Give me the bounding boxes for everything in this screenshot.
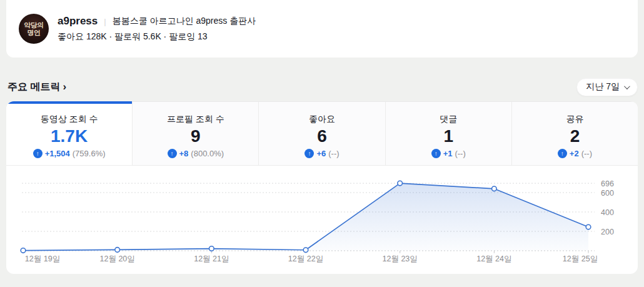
metric-delta-percent: (800.0%) — [191, 149, 224, 158]
period-label: 지난 7일 — [586, 81, 620, 93]
metric-value: 6 — [317, 126, 327, 147]
profile-name-row: a9press | 봄봄스쿨 아르고나인 a9press 출판사 — [58, 15, 256, 28]
metric-delta-value: +1,504 — [45, 149, 70, 158]
y-axis-tick-label: 600 — [601, 189, 614, 198]
increase-arrow-icon: ↑ — [431, 149, 441, 158]
data-point[interactable] — [492, 186, 497, 191]
data-point[interactable] — [303, 248, 308, 253]
y-axis-tick-label: 696 — [601, 179, 614, 188]
metric-label: 댓글 — [440, 113, 457, 124]
y-axis-tick-label: 200 — [601, 228, 614, 236]
x-axis-tick-label: 12월 25일 — [563, 254, 598, 263]
profile-stats: 좋아요 128K · 팔로워 5.6K · 팔로잉 13 — [58, 31, 256, 43]
metric-delta-percent: (--) — [455, 149, 465, 158]
metric-label: 프로필 조회 수 — [167, 113, 224, 124]
data-point[interactable] — [398, 181, 403, 186]
metric-tabs-row: 동영상 조회 수 1.7K ↑ +1,504 (759.6%) 프로필 조회 수… — [6, 101, 638, 166]
x-axis-tick-label: 12월 23일 — [383, 254, 418, 263]
profile-description: 봄봄스쿨 아르고나인 a9press 출판사 — [113, 16, 256, 27]
metric-delta-row: ↑ +1 (--) — [431, 149, 466, 158]
metric-delta-value: +6 — [316, 149, 326, 158]
key-metrics-link[interactable]: 주요 메트릭 › — [8, 81, 66, 94]
x-axis-tick-label: 12월 22일 — [288, 254, 323, 263]
increase-arrow-icon: ↑ — [33, 149, 43, 158]
metric-delta-value: +1 — [443, 149, 453, 158]
section-header-row: 주요 메트릭 › 지난 7일 — [8, 78, 638, 96]
tab-comments[interactable]: 댓글 1 ↑ +1 (--) — [385, 101, 511, 166]
tab-profile-views[interactable]: 프로필 조회 수 9 ↑ +8 (800.0%) — [132, 101, 258, 166]
data-point[interactable] — [586, 224, 591, 229]
metric-value: 2 — [570, 126, 580, 147]
metric-delta-percent: (759.6%) — [73, 149, 106, 158]
profile-username: a9press — [58, 15, 98, 28]
metric-delta-row: ↑ +2 (--) — [558, 149, 592, 158]
profile-row: 악당의 명언 a9press | 봄봄스쿨 아르고나인 a9press 출판사 … — [6, 0, 638, 58]
name-separator: | — [104, 17, 106, 26]
avatar-text-line2: 명언 — [28, 29, 41, 36]
chevron-right-icon: › — [63, 82, 66, 92]
increase-arrow-icon: ↑ — [168, 149, 177, 158]
metric-value: 9 — [191, 126, 201, 147]
tab-likes[interactable]: 좋아요 6 ↑ +6 (--) — [258, 101, 385, 166]
tab-shares[interactable]: 공유 2 ↑ +2 (--) — [511, 101, 638, 166]
profile-header-card: 악당의 명언 a9press | 봄봄스쿨 아르고나인 a9press 출판사 … — [6, 0, 638, 58]
metric-delta-row: ↑ +8 (800.0%) — [168, 149, 224, 158]
tab-video-views[interactable]: 동영상 조회 수 1.7K ↑ +1,504 (759.6%) — [6, 101, 132, 166]
video-views-chart[interactable]: 20040060069612월 19일12월 20일12월 21일12월 22일… — [6, 166, 638, 274]
profile-avatar[interactable]: 악당의 명언 — [19, 14, 49, 44]
metrics-line-chart[interactable]: 20040060069612월 19일12월 20일12월 21일12월 22일… — [6, 166, 638, 274]
profile-text-block: a9press | 봄봄스쿨 아르고나인 a9press 출판사 좋아요 128… — [58, 15, 256, 43]
avatar-text-line1: 악당의 — [24, 21, 44, 29]
x-axis-tick-label: 12월 21일 — [194, 254, 229, 263]
metric-delta-value: +8 — [179, 149, 189, 158]
increase-arrow-icon: ↑ — [558, 149, 567, 158]
key-metrics-card: 동영상 조회 수 1.7K ↑ +1,504 (759.6%) 프로필 조회 수… — [6, 101, 638, 274]
x-axis-tick-label: 12월 24일 — [476, 254, 511, 263]
data-point[interactable] — [209, 246, 214, 251]
chevron-down-icon — [624, 83, 630, 89]
metric-label: 좋아요 — [309, 113, 335, 124]
metric-value: 1.7K — [51, 126, 88, 147]
metric-delta-row: ↑ +6 (--) — [304, 149, 339, 158]
metric-label: 공유 — [566, 113, 583, 124]
data-point[interactable] — [21, 248, 26, 253]
area-fill — [23, 183, 588, 251]
metric-delta-value: +2 — [570, 149, 579, 158]
metric-delta-percent: (--) — [581, 149, 592, 158]
x-axis-tick-label: 12월 20일 — [100, 254, 135, 263]
metric-delta-percent: (--) — [328, 149, 339, 158]
metric-delta-row: ↑ +1,504 (759.6%) — [33, 149, 106, 158]
metric-label: 동영상 조회 수 — [41, 113, 98, 124]
data-point[interactable] — [115, 248, 120, 253]
increase-arrow-icon: ↑ — [304, 149, 314, 158]
metric-value: 1 — [443, 126, 453, 147]
y-axis-tick-label: 400 — [601, 208, 614, 217]
section-title-text: 주요 메트릭 — [8, 81, 60, 94]
x-axis-tick-label: 12월 19일 — [25, 254, 60, 263]
period-selector-dropdown[interactable]: 지난 7일 — [576, 78, 638, 96]
